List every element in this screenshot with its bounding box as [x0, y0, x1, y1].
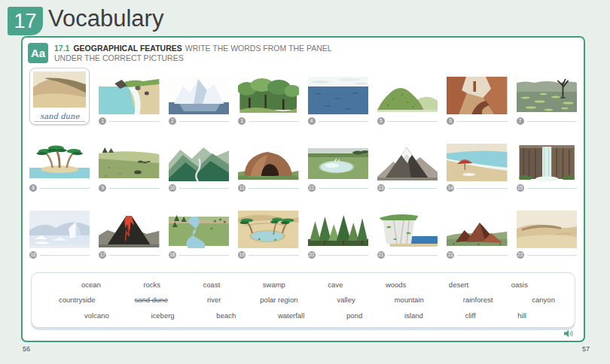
picture-item: 16 — [29, 202, 90, 259]
panel-word: ocean — [81, 281, 101, 289]
picture-oasis — [238, 211, 298, 248]
item-number-badge: 21 — [377, 251, 385, 259]
answer-line — [109, 255, 159, 256]
speaker-icon[interactable] — [564, 329, 574, 338]
panel-word: canyon — [532, 296, 555, 304]
word-panel-row-3: volcanoicebergbeachwaterfallpondislandcl… — [32, 311, 575, 320]
panel-word: sand dune — [135, 296, 168, 304]
picture-item: 18 — [169, 202, 229, 259]
answer-row: 12 — [308, 184, 368, 192]
picture-iceberg — [169, 77, 229, 114]
panel-word: countryside — [59, 296, 96, 304]
panel-word: rocks — [143, 281, 160, 289]
panel-word: hill — [517, 311, 526, 320]
picture-item: 1 — [99, 68, 159, 125]
word-panel: oceanrockscoastswampcavewoodsdesertoasis… — [31, 272, 575, 328]
picture-island — [29, 144, 90, 181]
answer-row: 21 — [377, 251, 438, 259]
panel-word: cave — [328, 281, 343, 289]
answer-row: 13 — [377, 184, 438, 192]
picture-desert — [517, 211, 577, 248]
picture-item: 2 — [169, 68, 229, 125]
picture-item: 11 — [238, 135, 298, 192]
item-number-badge: 1 — [99, 117, 106, 125]
item-number-badge: 4 — [308, 117, 316, 125]
answer-line — [40, 188, 90, 189]
picture-woods — [308, 211, 368, 248]
answer-row: 22 — [447, 251, 507, 259]
answer-row: 16 — [29, 251, 90, 259]
panel-word: polar region — [260, 296, 297, 304]
picture-item: 7 — [517, 68, 577, 125]
panel-word: valley — [337, 296, 355, 304]
picture-grid: sand dune 123456789101112131415161718192… — [29, 68, 577, 259]
exercise-instruction-2: UNDER THE CORRECT PICTURES — [54, 53, 332, 63]
exercise-header: 17.1GEOGRAPHICAL FEATURESWRITE THE WORDS… — [54, 44, 332, 63]
picture-coast — [99, 77, 159, 114]
picture-item: 4 — [308, 68, 368, 125]
item-number-badge: 20 — [308, 251, 316, 259]
panel-word: cliff — [465, 311, 475, 320]
picture-item: 12 — [308, 135, 368, 192]
picture-countryside — [99, 144, 159, 181]
answer-row: 6 — [447, 117, 507, 125]
item-number-badge: 23 — [517, 251, 524, 259]
panel-word: oasis — [511, 281, 528, 289]
exercise-title: GEOGRAPHICAL FEATURES — [73, 44, 181, 53]
answer-line — [457, 188, 507, 189]
answer-row: 14 — [447, 184, 507, 192]
item-number-badge: 16 — [29, 251, 37, 259]
picture-swamp — [517, 77, 577, 114]
answer-row: 4 — [308, 117, 368, 125]
vocabulary-aa-icon: Aa — [28, 43, 48, 63]
answer-line — [179, 188, 229, 189]
page-title: Vocabulary — [48, 5, 163, 32]
answer-row: 18 — [169, 251, 229, 259]
picture-ocean — [308, 77, 368, 114]
answer-row: 20 — [308, 251, 368, 259]
item-number-badge: 12 — [308, 184, 316, 192]
item-number-badge: 22 — [447, 251, 454, 259]
answer-row: 2 — [169, 117, 229, 125]
answer-line — [388, 188, 438, 189]
panel-word: desert — [449, 281, 468, 289]
unit-number-tab: 17 — [8, 7, 43, 35]
answer-line — [249, 188, 298, 189]
picture-cave — [238, 144, 298, 181]
item-number-badge: 17 — [99, 251, 106, 259]
panel-word: volcano — [84, 311, 109, 320]
exercise-panel: Aa 17.1GEOGRAPHICAL FEATURESWRITE THE WO… — [21, 36, 585, 342]
item-number-badge: 5 — [377, 117, 385, 125]
picture-polar-region — [29, 211, 90, 248]
picture-item: 15 — [517, 135, 577, 192]
answer-row: 7 — [517, 117, 577, 125]
picture-item: 9 — [99, 135, 159, 192]
panel-word: pond — [346, 311, 362, 320]
item-number-badge: 3 — [238, 117, 246, 125]
answer-line — [388, 255, 438, 256]
picture-item: 20 — [308, 202, 368, 259]
answer-line — [388, 121, 438, 122]
picture-sand-dune — [33, 71, 86, 108]
picture-item: 23 — [517, 202, 577, 259]
item-number-badge: 9 — [99, 184, 106, 192]
answer-line — [249, 121, 298, 122]
exercise-number: 17.1 — [54, 44, 69, 53]
answer-line — [457, 121, 507, 122]
answer-line — [527, 121, 577, 122]
example-answer-handwriting: sand dune — [34, 112, 85, 122]
page-number-right: 57 — [582, 345, 590, 353]
panel-word: woods — [386, 281, 406, 289]
answer-line — [527, 188, 577, 189]
answer-line — [179, 255, 229, 256]
answer-line — [319, 121, 368, 122]
answer-line — [40, 255, 90, 256]
answer-row: 8 — [29, 184, 90, 192]
picture-hill — [377, 77, 438, 114]
item-number-badge: 18 — [169, 251, 176, 259]
answer-line — [319, 188, 368, 189]
picture-item: 17 — [99, 202, 159, 259]
picture-river — [169, 211, 229, 248]
example-card: sand dune — [29, 68, 90, 125]
picture-cliff — [377, 211, 438, 248]
